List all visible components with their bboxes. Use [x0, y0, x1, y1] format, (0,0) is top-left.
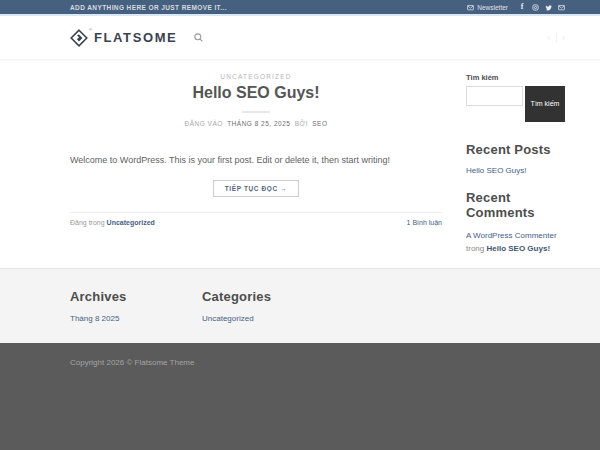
- recent-comment-item: A WordPress Commenter trong Hello SEO Gu…: [466, 229, 566, 255]
- newsletter-label: Newsletter: [477, 4, 508, 11]
- top-bar: ADD ANYTHING HERE OR JUST REMOVE IT... N…: [0, 0, 600, 14]
- categories-widget: Categories Uncategorized: [202, 289, 334, 343]
- recent-comments-heading: Recent Comments: [466, 190, 566, 220]
- comment-post-link[interactable]: Hello SEO Guys!: [486, 244, 550, 253]
- archives-heading: Archives: [70, 289, 202, 304]
- absolute-footer: Copyright 2026 © Flatsome Theme: [0, 343, 600, 450]
- copyright-text: Copyright 2026 © Flatsome Theme: [70, 358, 194, 367]
- sidebar-search-button[interactable]: Tìm kiếm: [525, 86, 565, 122]
- footer-widgets: Archives Tháng 8 2025 Categories Uncateg…: [0, 268, 600, 343]
- post-author-link[interactable]: SEO: [312, 120, 327, 127]
- meta-prefix: ĐĂNG VÀO: [185, 120, 223, 127]
- recent-post-link[interactable]: Hello SEO Guys!: [466, 166, 566, 175]
- post-excerpt: Welcome to WordPress. This is your first…: [70, 154, 442, 168]
- posted-in: Đăng trong Uncategorized: [70, 219, 155, 226]
- recent-posts-heading: Recent Posts: [466, 142, 566, 157]
- topbar-right: Newsletter f: [466, 3, 565, 11]
- search-form: Tìm kiếm: [466, 86, 566, 122]
- post-category-link[interactable]: UNCATEGORIZED: [70, 73, 442, 80]
- arrow-divider: [556, 33, 557, 43]
- sidebar-search-input[interactable]: [466, 86, 523, 106]
- post-footer-meta: Đăng trong Uncategorized 1 Bình luận: [70, 212, 442, 226]
- posted-in-category-link[interactable]: Uncategorized: [107, 219, 155, 226]
- search-icon[interactable]: [193, 32, 204, 43]
- flatsome-diamond-icon: ®: [70, 29, 88, 47]
- next-arrow-icon[interactable]: ›: [562, 33, 565, 43]
- comments-link[interactable]: 1 Bình luận: [407, 219, 442, 226]
- site-logo[interactable]: ® FLATSOME: [70, 29, 177, 47]
- commenter-link[interactable]: A WordPress Commenter: [466, 231, 557, 240]
- read-more-button[interactable]: TIẾP TỤC ĐỌC →: [213, 180, 299, 197]
- facebook-icon[interactable]: f: [518, 3, 526, 11]
- site-header: ® FLATSOME ‹ ›: [0, 16, 600, 59]
- main-content: UNCATEGORIZED Hello SEO Guys! ĐĂNG VÀO T…: [0, 59, 600, 268]
- sidebar: Tìm kiếm Tìm kiếm Recent Posts Hello SEO…: [466, 59, 566, 255]
- category-footer-link[interactable]: Uncategorized: [202, 314, 334, 323]
- meta-by: BỞI: [295, 120, 308, 127]
- post-article: UNCATEGORIZED Hello SEO Guys! ĐĂNG VÀO T…: [70, 59, 442, 226]
- social-icons: f: [518, 3, 565, 11]
- posted-in-label: Đăng trong: [70, 219, 105, 226]
- categories-heading: Categories: [202, 289, 334, 304]
- post-meta: ĐĂNG VÀO THÁNG 8 25, 2025 BỞI SEO: [70, 120, 442, 127]
- header-nav-arrows: ‹ ›: [547, 33, 565, 43]
- post-title: Hello SEO Guys!: [70, 84, 442, 102]
- instagram-icon[interactable]: [531, 3, 539, 11]
- topbar-message: ADD ANYTHING HERE OR JUST REMOVE IT...: [70, 4, 227, 11]
- comment-connector: trong: [466, 244, 484, 253]
- twitter-icon[interactable]: [544, 3, 552, 11]
- newsletter-link[interactable]: Newsletter: [466, 3, 508, 11]
- prev-arrow-icon[interactable]: ‹: [547, 33, 550, 43]
- logo-text: FLATSOME: [94, 30, 177, 45]
- read-more-row: TIẾP TỤC ĐỌC →: [70, 177, 442, 197]
- newsletter-envelope-icon: [466, 3, 474, 11]
- title-divider: [242, 111, 270, 113]
- archive-month-link[interactable]: Tháng 8 2025: [70, 314, 202, 323]
- registered-mark: ®: [89, 27, 92, 32]
- post-date-link[interactable]: THÁNG 8 25, 2025: [227, 120, 290, 127]
- email-icon[interactable]: [557, 3, 565, 11]
- search-label: Tìm kiếm: [466, 73, 566, 82]
- archives-widget: Archives Tháng 8 2025: [70, 289, 202, 343]
